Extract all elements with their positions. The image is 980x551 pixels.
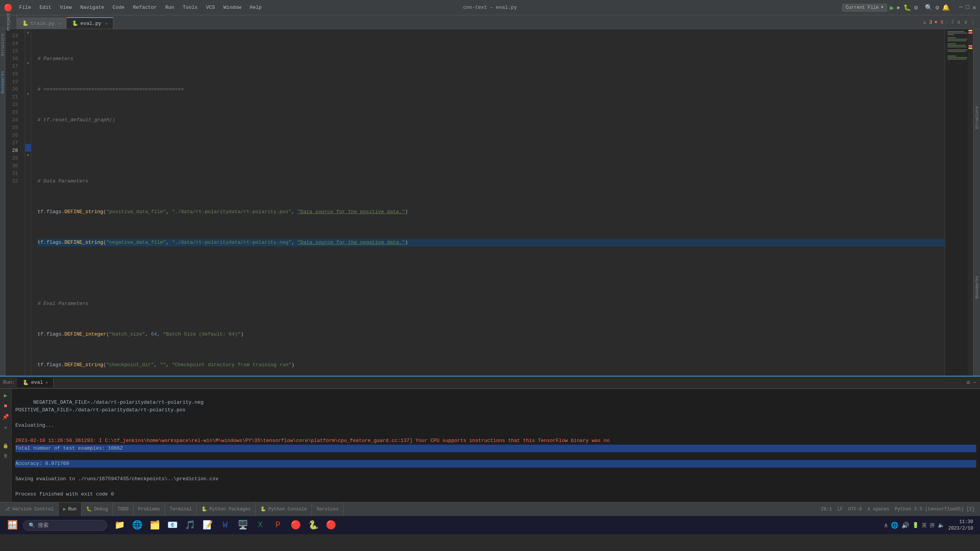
chevron-down-icon: ▼ [881,5,884,10]
version-control-tab[interactable]: ⎇ Version Control [0,502,59,516]
taskbar-app-explorer[interactable]: 📁 [111,518,128,533]
search-icon-taskbar: 🔍 [29,522,35,528]
dump-threads-button[interactable]: ⊕ [2,423,10,432]
code-line-16 [38,147,945,155]
taskbar-app-pycharm[interactable]: 🔴 [322,518,339,533]
warning-count[interactable]: ⚠ 3 [923,19,932,25]
code-line-21: # Eval Parameters [38,300,945,308]
error-count[interactable]: ✖ 6 [934,19,943,25]
taskbar-app-notepad[interactable]: 📝 [199,518,216,533]
menu-navigate[interactable]: Navigate [77,3,108,12]
notifications-icon[interactable]: 🔔 [942,4,950,11]
run-tab-bottom[interactable]: ▶ Run [59,502,82,516]
tab-icon-eval: 🐍 [72,20,78,26]
run-button[interactable]: ▶ [890,3,894,12]
network-icon[interactable]: 🌐 [891,522,898,529]
menu-help[interactable]: Help [246,3,265,12]
taskbar-app-red[interactable]: 🔴 [287,518,304,533]
taskbar-app-mail[interactable]: 📧 [164,518,181,533]
bottom-status-bar: ⎇ Version Control ▶ Run 🐛 Debug TODO Pro… [0,502,980,516]
profile-button[interactable]: ⚙ [914,4,918,11]
problems-tab[interactable]: Problems [134,502,165,516]
interpreter-indicator[interactable]: Python 3.5 (tensorflow35) [2] [895,507,975,512]
menu-tools[interactable]: Tools [179,3,201,12]
rerun-button[interactable]: ▶ [2,391,10,399]
title-bar: 🔴 File Edit View Navigate Code Refactor … [0,0,980,15]
volume-mute-icon[interactable]: 🔈 [938,522,944,528]
menu-window[interactable]: Window [220,3,245,12]
lang-indicator[interactable]: 英 [922,522,927,529]
tab-close-eval[interactable]: ✕ [105,21,108,26]
close-run-tab-icon[interactable]: ✕ [45,380,48,385]
menu-file[interactable]: File [15,3,35,12]
python-packages-tab[interactable]: 🐍 Python Packages [197,502,256,516]
code-line-22: tf.flags.DEFINE_integer("batch_size", 64… [38,331,945,338]
taskbar-app-python[interactable]: 🐍 [305,518,322,533]
terminal-output[interactable]: NEGATIVE_DATA_FILE=./data/rt-polaritydat… [11,389,980,502]
structure-tab[interactable]: Structure [974,103,980,132]
menu-view[interactable]: View [56,3,75,12]
settings-icon[interactable]: ⚙ [936,4,939,11]
taskbar-search[interactable]: 🔍 搜索 [23,520,107,531]
maximize-button[interactable]: □ [966,4,970,11]
taskbar-app-terminal[interactable]: 🖥️ [234,518,251,533]
services-tab[interactable]: Services [312,502,344,516]
bookmarks-tab[interactable]: Bookmarks [974,273,980,302]
close-button[interactable]: ✕ [972,4,976,11]
debug-tab[interactable]: 🐛 Debug [82,502,113,516]
prev-error-button[interactable]: ∧ [956,18,961,26]
tab-eval-run[interactable]: 🐍 eval ✕ [17,378,54,387]
taskbar-app-ppt[interactable]: P [270,518,286,533]
scroll-lock-button[interactable]: 🔒 [2,442,10,450]
terminal-tab[interactable]: Terminal [165,502,197,516]
python-console-tab[interactable]: 🐍 Python Console [256,502,312,516]
menu-edit[interactable]: Edit [36,3,55,12]
clear-output-button[interactable]: 🗑 [2,452,10,460]
taskbar-app-browser[interactable]: 🌐 [129,518,145,533]
battery-icon[interactable]: 🔋 [912,522,919,528]
pin-button[interactable]: 📌 [2,412,10,421]
search-icon[interactable]: 🔍 [925,4,933,11]
tray-up-icon[interactable]: ∧ [884,522,888,529]
run-with-coverage-icon[interactable]: ▶ [897,4,900,11]
sidebar-project-tab[interactable]: Structure [0,31,5,59]
code-line-17: # Data Parameters [38,178,945,185]
menu-code[interactable]: Code [109,3,128,12]
debug-label: Debug [94,507,108,512]
input-method[interactable]: 拼 [930,522,935,529]
terminal-body: ▶ ■ 📌 ⊕ 🔒 🗑 NEGATIVE_DATA_FILE=./data/rt… [0,389,980,502]
debug-button[interactable]: 🐛 [903,4,911,11]
more-options-icon[interactable]: ⋮ [970,19,975,25]
tab-close-train[interactable]: ✕ [58,21,61,26]
output-error-line: 2023-02-10 11:26:50.361293: I C:\tf_jenk… [15,438,609,443]
line-sep-indicator[interactable]: LF [837,507,843,512]
encoding-indicator[interactable]: UTF-8 [848,507,862,512]
close-terminal-icon[interactable]: ─ [973,380,976,386]
clock[interactable]: 11:30 2023/2/10 [948,519,973,532]
tab-eval-py[interactable]: 🐍 eval.py ✕ [67,17,113,29]
sidebar-structure-tab[interactable]: Bookmarks [0,68,5,96]
taskbar-app-excel[interactable]: X [252,518,269,533]
menu-run[interactable]: Run [162,3,178,12]
run-config-button[interactable]: Current File ▼ [842,4,887,11]
taskbar-app-music[interactable]: 🎵 [181,518,198,533]
todo-tab[interactable]: TODO [113,502,134,516]
search-placeholder: 搜索 [38,522,49,529]
taskbar-app-store[interactable]: 🗂️ [146,518,163,533]
taskbar-app-word[interactable]: W [217,518,234,533]
indent-indicator[interactable]: 4 spaces [867,507,890,512]
windows-start-button[interactable]: 🪟 [3,518,21,533]
code-lines[interactable]: # Parameters # =========================… [31,29,945,376]
menu-vcs[interactable]: VCS [202,3,219,12]
volume-icon[interactable]: 🔊 [902,522,909,529]
tab-train-py[interactable]: 🐍 train.py ✕ [17,18,67,29]
next-error-button[interactable]: ∨ [964,18,968,26]
project-icon[interactable]: Project [0,15,17,29]
minimize-button[interactable]: ─ [959,4,963,11]
stop-button[interactable]: ■ [2,402,10,410]
info-count[interactable]: ↑ 2 [946,20,954,25]
terminal-label: Terminal [170,507,192,512]
settings-terminal-icon[interactable]: ⚙ [967,379,970,386]
taskbar-right: ∧ 🌐 🔊 🔋 英 拼 🔈 11:30 2023/2/10 [884,519,977,532]
menu-refactor[interactable]: Refactor [129,3,160,12]
